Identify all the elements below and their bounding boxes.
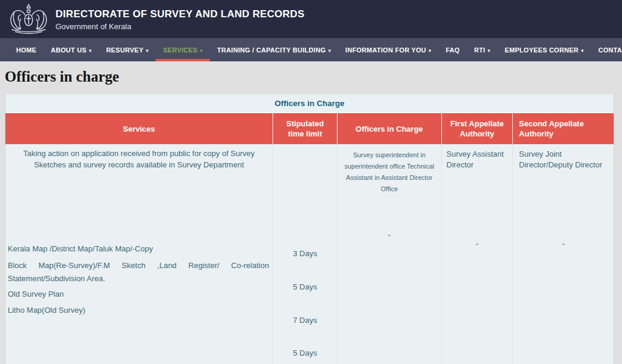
first-appellate-text: Survey Assistant Director <box>447 149 510 170</box>
browser-viewport: DIRECTORATE OF SURVEY AND LAND RECORDS G… <box>0 0 622 364</box>
service-item: Block Map(Re-Survey)/F.M Sketch ,Land Re… <box>8 259 269 285</box>
nav-item-label: TRAINING / CAPACITY BUILDING <box>217 46 326 54</box>
nav-item-about-us[interactable]: ABOUT US▾ <box>44 38 99 61</box>
nav-item-contact-us[interactable]: CONTACT US <box>591 38 622 61</box>
chevron-down-icon: ▾ <box>429 48 432 54</box>
nav-item-home[interactable]: HOME <box>9 38 44 61</box>
column-header-officers-in-charge: Officers in Charge <box>337 113 441 144</box>
service-item: Old Survey Plan <box>8 288 269 301</box>
chevron-down-icon: ▾ <box>200 48 203 54</box>
time-limit-value: 3 Days <box>273 249 337 258</box>
site-subtitle: Government of Kerala <box>55 22 305 31</box>
stipulated-time-cell: 3 Days5 Days7 Days5 Days <box>273 144 337 364</box>
table-body-row: Taking action on application received fr… <box>5 144 614 364</box>
first-appellate-cell: Survey Assistant Director ” <box>441 144 513 364</box>
officers-in-charge-cell: Survey superintendent in superintendent … <box>337 144 441 364</box>
page-title: Officers in charge <box>5 69 614 85</box>
nav-item-information-for-you[interactable]: INFORMATION FOR YOU▾ <box>338 38 438 61</box>
table-header-row: Services Stipulated time limit Officers … <box>5 113 614 144</box>
site-header: DIRECTORATE OF SURVEY AND LAND RECORDS G… <box>0 0 622 38</box>
nav-item-label: INFORMATION FOR YOU <box>345 46 426 54</box>
time-limit-value: 5 Days <box>273 349 337 357</box>
nav-item-label: FAQ <box>445 46 460 54</box>
nav-item-label: ABOUT US <box>51 46 86 54</box>
page-content: Officers in charge Officers in Charge Se… <box>0 61 622 364</box>
officer-in-charge-text: Survey superintendent in superintendent … <box>339 150 440 195</box>
main-nav: HOMEABOUT US▾RESURVEY▾SERVICES▾TRAINING … <box>0 38 622 61</box>
chevron-down-icon: ▾ <box>488 48 491 54</box>
second-appellate-text: Survey Joint Director/Deputy Director <box>519 149 610 170</box>
time-limit-value: 5 Days <box>273 282 337 291</box>
service-description: Taking action on application received fr… <box>13 148 265 170</box>
time-limit-value: 7 Days <box>273 316 337 325</box>
nav-item-resurvey[interactable]: RESURVEY▾ <box>99 38 156 61</box>
officers-table: Officers in Charge Services Stipulated t… <box>5 94 614 364</box>
chevron-down-icon: ▾ <box>89 48 92 54</box>
service-item: Litho Map(Old Survey) <box>8 304 269 317</box>
services-cell: Taking action on application received fr… <box>5 144 273 364</box>
nav-item-label: RESURVEY <box>106 46 144 54</box>
nav-item-label: EMPLOYEES CORNER <box>505 46 578 54</box>
second-appellate-cell: Survey Joint Director/Deputy Director ” <box>512 144 614 364</box>
column-header-second-appellate-authority: Second Appellate Authority <box>512 113 614 144</box>
chevron-down-icon: ▾ <box>146 48 149 54</box>
column-header-services: Services <box>5 113 273 144</box>
ditto-mark: ” <box>513 242 614 251</box>
ditto-mark: ” <box>442 242 513 251</box>
kerala-government-emblem-icon <box>6 2 51 36</box>
chevron-down-icon: ▾ <box>581 48 584 54</box>
nav-item-faq[interactable]: FAQ <box>438 38 467 61</box>
table-caption: Officers in Charge <box>5 94 614 113</box>
ditto-mark: ” <box>338 234 441 242</box>
nav-item-services[interactable]: SERVICES▾ <box>156 38 210 61</box>
nav-item-label: HOME <box>16 46 36 54</box>
column-header-first-appellate-authority: First Appellate Authority <box>441 113 513 144</box>
service-item: Kerala Map /District Map/Taluk Map/-Copy <box>8 242 269 256</box>
chevron-down-icon: ▾ <box>328 48 331 54</box>
nav-item-label: RTI <box>474 46 485 54</box>
nav-item-rti[interactable]: RTI▾ <box>467 38 497 61</box>
nav-item-employees-corner[interactable]: EMPLOYEES CORNER▾ <box>497 38 591 61</box>
nav-item-label: CONTACT US <box>598 46 622 54</box>
nav-item-training-capacity-building[interactable]: TRAINING / CAPACITY BUILDING▾ <box>210 38 338 61</box>
nav-item-label: SERVICES <box>163 46 197 54</box>
site-title: DIRECTORATE OF SURVEY AND LAND RECORDS <box>55 8 305 20</box>
column-header-stipulated-time-limit: Stipulated time limit <box>273 113 337 144</box>
